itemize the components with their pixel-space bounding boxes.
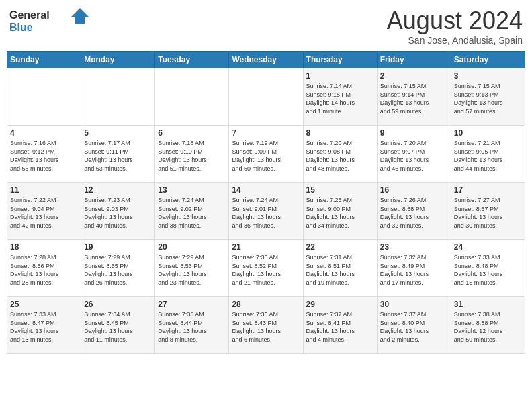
calendar-day-cell: 26Sunrise: 7:34 AM Sunset: 8:45 PM Dayli… <box>81 297 155 354</box>
day-number: 22 <box>306 242 374 252</box>
day-of-week-header: Tuesday <box>155 52 229 68</box>
day-of-week-header: Friday <box>377 52 451 68</box>
calendar-day-cell: 6Sunrise: 7:18 AM Sunset: 9:10 PM Daylig… <box>155 126 229 183</box>
calendar-day-cell <box>229 68 303 126</box>
day-of-week-header: Thursday <box>303 52 377 68</box>
calendar-day-cell: 12Sunrise: 7:23 AM Sunset: 9:03 PM Dayli… <box>81 183 155 240</box>
day-number: 4 <box>10 128 78 138</box>
day-number: 28 <box>232 300 300 309</box>
calendar-day-cell: 21Sunrise: 7:30 AM Sunset: 8:52 PM Dayli… <box>229 240 303 297</box>
day-of-week-header: Sunday <box>7 52 81 68</box>
calendar-day-cell: 3Sunrise: 7:15 AM Sunset: 9:13 PM Daylig… <box>451 68 525 126</box>
calendar-day-cell: 30Sunrise: 7:37 AM Sunset: 8:40 PM Dayli… <box>377 297 451 354</box>
calendar-day-cell <box>7 68 81 126</box>
day-number: 13 <box>158 185 226 195</box>
calendar-day-cell: 19Sunrise: 7:29 AM Sunset: 8:55 PM Dayli… <box>81 240 155 297</box>
day-number: 15 <box>306 185 374 195</box>
svg-marker-2 <box>71 8 89 24</box>
day-info: Sunrise: 7:20 AM Sunset: 9:07 PM Dayligh… <box>380 139 448 173</box>
calendar-day-cell: 18Sunrise: 7:28 AM Sunset: 8:56 PM Dayli… <box>7 240 81 297</box>
location: San Jose, Andalusia, Spain <box>387 35 523 46</box>
day-info: Sunrise: 7:25 AM Sunset: 9:00 PM Dayligh… <box>306 196 374 230</box>
day-number: 5 <box>84 128 152 138</box>
day-info: Sunrise: 7:21 AM Sunset: 9:05 PM Dayligh… <box>454 139 522 173</box>
calendar-week-row: 1Sunrise: 7:14 AM Sunset: 9:15 PM Daylig… <box>7 68 525 126</box>
calendar-day-cell: 15Sunrise: 7:25 AM Sunset: 9:00 PM Dayli… <box>303 183 377 240</box>
header: General Blue August 2024 San Jose, Andal… <box>7 7 525 46</box>
calendar-day-cell: 25Sunrise: 7:33 AM Sunset: 8:47 PM Dayli… <box>7 297 81 354</box>
day-of-week-header: Saturday <box>451 52 525 68</box>
calendar-day-cell: 4Sunrise: 7:16 AM Sunset: 9:12 PM Daylig… <box>7 126 81 183</box>
day-info: Sunrise: 7:15 AM Sunset: 9:13 PM Dayligh… <box>454 82 522 116</box>
day-number: 14 <box>232 185 300 195</box>
calendar-day-cell: 14Sunrise: 7:24 AM Sunset: 9:01 PM Dayli… <box>229 183 303 240</box>
logo-container: General Blue <box>9 7 90 37</box>
day-info: Sunrise: 7:31 AM Sunset: 8:51 PM Dayligh… <box>306 253 374 287</box>
day-info: Sunrise: 7:35 AM Sunset: 8:44 PM Dayligh… <box>158 310 226 344</box>
calendar-day-cell: 29Sunrise: 7:37 AM Sunset: 8:41 PM Dayli… <box>303 297 377 354</box>
day-number: 6 <box>158 128 226 138</box>
title-area: August 2024 San Jose, Andalusia, Spain <box>387 7 523 46</box>
day-info: Sunrise: 7:26 AM Sunset: 8:58 PM Dayligh… <box>380 196 448 230</box>
day-info: Sunrise: 7:23 AM Sunset: 9:03 PM Dayligh… <box>84 196 152 230</box>
calendar-day-cell: 13Sunrise: 7:24 AM Sunset: 9:02 PM Dayli… <box>155 183 229 240</box>
day-number: 17 <box>454 185 522 195</box>
calendar-day-cell: 17Sunrise: 7:27 AM Sunset: 8:57 PM Dayli… <box>451 183 525 240</box>
day-number: 19 <box>84 242 152 252</box>
day-info: Sunrise: 7:36 AM Sunset: 8:43 PM Dayligh… <box>232 310 300 344</box>
day-number: 7 <box>232 128 300 138</box>
calendar-day-cell: 27Sunrise: 7:35 AM Sunset: 8:44 PM Dayli… <box>155 297 229 354</box>
day-number: 20 <box>158 242 226 252</box>
calendar-day-cell: 22Sunrise: 7:31 AM Sunset: 8:51 PM Dayli… <box>303 240 377 297</box>
svg-text:Blue: Blue <box>9 21 33 33</box>
day-number: 18 <box>10 242 78 252</box>
calendar-header-row: SundayMondayTuesdayWednesdayThursdayFrid… <box>7 52 525 68</box>
svg-text:General: General <box>9 9 50 21</box>
day-info: Sunrise: 7:19 AM Sunset: 9:09 PM Dayligh… <box>232 139 300 173</box>
day-number: 2 <box>380 71 448 81</box>
calendar-week-row: 18Sunrise: 7:28 AM Sunset: 8:56 PM Dayli… <box>7 240 525 297</box>
day-number: 3 <box>454 71 522 81</box>
day-info: Sunrise: 7:20 AM Sunset: 9:08 PM Dayligh… <box>306 139 374 173</box>
day-number: 11 <box>10 185 78 195</box>
day-number: 1 <box>306 71 374 81</box>
day-number: 21 <box>232 242 300 252</box>
day-info: Sunrise: 7:29 AM Sunset: 8:55 PM Dayligh… <box>84 253 152 287</box>
calendar-day-cell: 16Sunrise: 7:26 AM Sunset: 8:58 PM Dayli… <box>377 183 451 240</box>
logo: General Blue <box>9 7 90 37</box>
day-info: Sunrise: 7:18 AM Sunset: 9:10 PM Dayligh… <box>158 139 226 173</box>
day-info: Sunrise: 7:30 AM Sunset: 8:52 PM Dayligh… <box>232 253 300 287</box>
day-info: Sunrise: 7:17 AM Sunset: 9:11 PM Dayligh… <box>84 139 152 173</box>
calendar-day-cell: 7Sunrise: 7:19 AM Sunset: 9:09 PM Daylig… <box>229 126 303 183</box>
calendar-week-row: 11Sunrise: 7:22 AM Sunset: 9:04 PM Dayli… <box>7 183 525 240</box>
day-number: 16 <box>380 185 448 195</box>
calendar-day-cell: 24Sunrise: 7:33 AM Sunset: 8:48 PM Dayli… <box>451 240 525 297</box>
day-info: Sunrise: 7:33 AM Sunset: 8:47 PM Dayligh… <box>10 310 78 344</box>
day-number: 26 <box>84 300 152 309</box>
calendar-day-cell: 20Sunrise: 7:29 AM Sunset: 8:53 PM Dayli… <box>155 240 229 297</box>
day-number: 30 <box>380 300 448 309</box>
day-of-week-header: Wednesday <box>229 52 303 68</box>
day-number: 8 <box>306 128 374 138</box>
calendar-day-cell <box>81 68 155 126</box>
calendar-day-cell: 31Sunrise: 7:38 AM Sunset: 8:38 PM Dayli… <box>451 297 525 354</box>
calendar-day-cell <box>155 68 229 126</box>
day-info: Sunrise: 7:28 AM Sunset: 8:56 PM Dayligh… <box>10 253 78 287</box>
day-info: Sunrise: 7:34 AM Sunset: 8:45 PM Dayligh… <box>84 310 152 344</box>
calendar-day-cell: 2Sunrise: 7:15 AM Sunset: 9:14 PM Daylig… <box>377 68 451 126</box>
day-info: Sunrise: 7:38 AM Sunset: 8:38 PM Dayligh… <box>454 310 522 344</box>
calendar-week-row: 4Sunrise: 7:16 AM Sunset: 9:12 PM Daylig… <box>7 126 525 183</box>
day-info: Sunrise: 7:33 AM Sunset: 8:48 PM Dayligh… <box>454 253 522 287</box>
day-info: Sunrise: 7:24 AM Sunset: 9:01 PM Dayligh… <box>232 196 300 230</box>
day-info: Sunrise: 7:22 AM Sunset: 9:04 PM Dayligh… <box>10 196 78 230</box>
day-number: 23 <box>380 242 448 252</box>
day-number: 10 <box>454 128 522 138</box>
day-info: Sunrise: 7:24 AM Sunset: 9:02 PM Dayligh… <box>158 196 226 230</box>
calendar-day-cell: 10Sunrise: 7:21 AM Sunset: 9:05 PM Dayli… <box>451 126 525 183</box>
day-number: 29 <box>306 300 374 309</box>
calendar-day-cell: 23Sunrise: 7:32 AM Sunset: 8:49 PM Dayli… <box>377 240 451 297</box>
calendar-day-cell: 5Sunrise: 7:17 AM Sunset: 9:11 PM Daylig… <box>81 126 155 183</box>
day-number: 24 <box>454 242 522 252</box>
calendar-table: SundayMondayTuesdayWednesdayThursdayFrid… <box>7 51 525 354</box>
calendar-day-cell: 1Sunrise: 7:14 AM Sunset: 9:15 PM Daylig… <box>303 68 377 126</box>
